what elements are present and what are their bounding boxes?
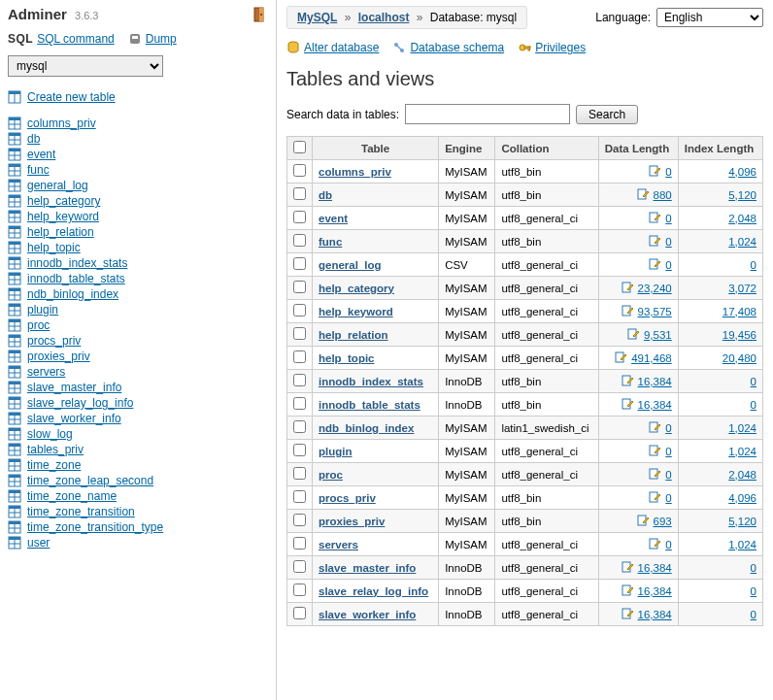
sidebar-table-link[interactable]: slow_log (27, 427, 73, 441)
data-length-link[interactable]: 16,384 (638, 399, 672, 411)
sidebar-table-link[interactable]: slave_master_info (27, 381, 121, 394)
row-checkbox[interactable] (293, 514, 306, 526)
data-length-link[interactable]: 0 (665, 469, 671, 481)
table-link[interactable]: innodb_table_stats (319, 399, 420, 411)
data-length-link[interactable]: 491,468 (631, 352, 672, 364)
sidebar-table-link[interactable]: tables_priv (27, 443, 84, 456)
logout-icon[interactable] (252, 7, 268, 22)
sidebar-table-link[interactable]: event (27, 148, 55, 161)
index-length-link[interactable]: 20,480 (723, 352, 756, 364)
table-link[interactable]: general_log (319, 259, 382, 271)
index-length-link[interactable]: 19,456 (723, 329, 756, 341)
row-checkbox[interactable] (293, 211, 306, 223)
sidebar-table-link[interactable]: innodb_index_stats (27, 256, 127, 270)
table-link[interactable]: plugin (319, 446, 353, 457)
index-length-link[interactable]: 1,024 (728, 446, 756, 457)
data-length-link[interactable]: 0 (665, 259, 671, 271)
create-table-link[interactable]: Create new table (27, 90, 116, 104)
index-length-link[interactable]: 1,024 (728, 422, 756, 434)
privileges-link[interactable]: Privileges (535, 41, 586, 54)
table-link[interactable]: slave_worker_info (319, 609, 416, 620)
index-length-link[interactable]: 4,096 (728, 492, 756, 504)
row-checkbox[interactable] (293, 397, 306, 410)
sidebar-table-link[interactable]: innodb_table_stats (27, 272, 125, 285)
table-link[interactable]: columns_priv (319, 166, 391, 178)
sidebar-table-link[interactable]: servers (27, 365, 65, 379)
row-checkbox[interactable] (293, 560, 306, 573)
table-link[interactable]: db (319, 189, 332, 201)
table-link[interactable]: help_topic (319, 352, 375, 364)
database-select[interactable]: mysql (8, 55, 163, 77)
sidebar-table-link[interactable]: slave_worker_info (27, 412, 121, 425)
sidebar-table-link[interactable]: plugin (27, 303, 58, 317)
data-length-link[interactable]: 23,240 (638, 283, 672, 294)
row-checkbox[interactable] (293, 281, 306, 293)
index-length-link[interactable]: 17,408 (723, 306, 756, 317)
data-length-link[interactable]: 0 (665, 422, 671, 434)
sidebar-table-link[interactable]: help_keyword (27, 210, 99, 223)
index-length-link[interactable]: 2,048 (728, 469, 756, 481)
sidebar-table-link[interactable]: procs_priv (27, 334, 81, 348)
data-length-link[interactable]: 0 (665, 166, 671, 178)
select-all-checkbox[interactable] (293, 141, 306, 153)
data-length-link[interactable]: 0 (665, 446, 671, 457)
search-button[interactable]: Search (576, 105, 638, 124)
data-length-link[interactable]: 9,531 (644, 329, 672, 341)
index-length-link[interactable]: 0 (751, 259, 756, 271)
data-length-link[interactable]: 0 (665, 236, 671, 248)
database-schema-link[interactable]: Database schema (410, 41, 504, 54)
index-length-link[interactable]: 0 (751, 609, 756, 620)
data-length-link[interactable]: 16,384 (638, 585, 672, 597)
table-link[interactable]: procs_priv (319, 492, 376, 504)
table-link[interactable]: help_category (319, 283, 394, 294)
table-link[interactable]: ndb_binlog_index (319, 422, 414, 434)
index-length-link[interactable]: 0 (751, 585, 756, 597)
data-length-link[interactable]: 0 (665, 492, 671, 504)
table-link[interactable]: proc (319, 469, 343, 481)
sidebar-table-link[interactable]: slave_relay_log_info (27, 396, 133, 410)
search-input[interactable] (405, 104, 570, 124)
table-link[interactable]: slave_relay_log_info (319, 585, 428, 597)
table-link[interactable]: proxies_priv (319, 516, 385, 527)
data-length-link[interactable]: 16,384 (638, 562, 672, 574)
table-link[interactable]: help_relation (319, 329, 388, 341)
sidebar-table-link[interactable]: user (27, 536, 50, 550)
row-checkbox[interactable] (293, 257, 306, 270)
sidebar-table-link[interactable]: time_zone (27, 458, 81, 472)
sidebar-table-link[interactable]: ndb_binlog_index (27, 287, 118, 301)
sidebar-table-link[interactable]: columns_priv (27, 117, 96, 130)
index-length-link[interactable]: 3,072 (728, 283, 756, 294)
index-length-link[interactable]: 5,120 (728, 189, 756, 201)
sidebar-table-link[interactable]: time_zone_leap_second (27, 474, 153, 487)
sidebar-table-link[interactable]: db (27, 132, 40, 146)
sql-command-link[interactable]: SQL command (37, 32, 115, 46)
index-length-link[interactable]: 2,048 (728, 213, 756, 224)
row-checkbox[interactable] (293, 444, 306, 456)
index-length-link[interactable]: 4,096 (728, 166, 756, 178)
data-length-link[interactable]: 0 (665, 213, 671, 224)
row-checkbox[interactable] (293, 164, 306, 177)
row-checkbox[interactable] (293, 234, 306, 247)
row-checkbox[interactable] (293, 327, 306, 340)
sidebar-table-link[interactable]: time_zone_transition_type (27, 520, 163, 534)
data-length-link[interactable]: 693 (654, 516, 672, 527)
sidebar-table-link[interactable]: general_log (27, 179, 88, 192)
index-length-link[interactable]: 0 (751, 376, 756, 387)
row-checkbox[interactable] (293, 607, 306, 619)
dump-link[interactable]: Dump (146, 32, 177, 46)
data-length-link[interactable]: 93,575 (638, 306, 672, 317)
data-length-link[interactable]: 0 (665, 539, 671, 550)
sidebar-table-link[interactable]: help_category (27, 194, 100, 208)
row-checkbox[interactable] (293, 583, 306, 596)
sidebar-table-link[interactable]: help_topic (27, 241, 81, 254)
table-link[interactable]: event (319, 213, 348, 224)
row-checkbox[interactable] (293, 187, 306, 200)
app-logo-link[interactable]: Adminer 3.6.3 (8, 6, 98, 22)
index-length-link[interactable]: 1,024 (728, 539, 756, 550)
index-length-link[interactable]: 1,024 (728, 236, 756, 248)
row-checkbox[interactable] (293, 537, 306, 550)
row-checkbox[interactable] (293, 374, 306, 386)
index-length-link[interactable]: 0 (751, 562, 756, 574)
sidebar-table-link[interactable]: proxies_priv (27, 350, 90, 363)
data-length-link[interactable]: 16,384 (638, 609, 672, 620)
